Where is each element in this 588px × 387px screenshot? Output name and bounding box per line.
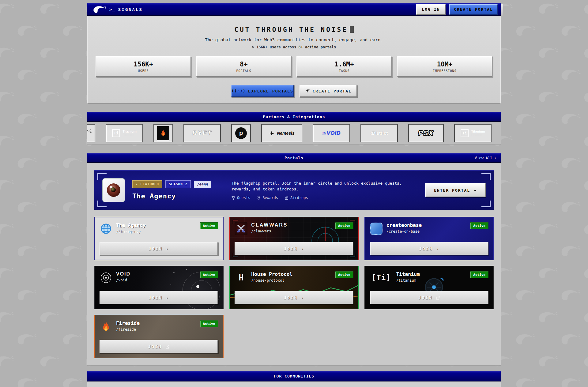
featured-portal-card[interactable]: ★ FEATURED SEASON 2 /4444 The Agency The…	[94, 170, 494, 210]
broadcast-icon: ((·))	[232, 89, 246, 93]
corner-bracket	[481, 201, 491, 207]
featured-badge: ★ FEATURED	[132, 180, 162, 188]
status-badge: Active	[335, 222, 353, 229]
stats-row: 156K+ USERS 8+ PORTALS 1.6M+ TASKS 10M+ …	[88, 56, 500, 77]
feature-airdrops: Airdrops	[285, 196, 308, 200]
signals-logo-icon	[93, 6, 106, 13]
portals-header-bar: Portals View All ›	[87, 153, 501, 163]
join-button[interactable]: JOIN	[370, 291, 488, 304]
create-portal-hero-button[interactable]: CREATE PORTAL	[300, 85, 357, 97]
portal-card-titanium[interactable]: [Ti] Titanium /titanium Active JOIN	[364, 266, 494, 309]
feature-rewards-label: Rewards	[262, 196, 278, 200]
partner-logo-psx: PSX	[408, 124, 444, 142]
hero-title-row: CUT THROUGH THE NOISE	[88, 26, 500, 33]
enter-portal-button[interactable]: ENTER PORTAL →	[425, 183, 486, 197]
chevron-right-icon: ›	[436, 246, 439, 251]
view-all-label: View All	[475, 156, 492, 160]
portal-name: createonbase	[386, 222, 422, 228]
stat-portals: 8+ PORTALS	[196, 56, 292, 77]
join-button[interactable]: JOIN ›	[235, 291, 353, 304]
titanium-line1: Titanium	[471, 130, 485, 133]
stat-impressions-label: IMPRESSIONS	[433, 69, 456, 73]
portal-name: Fireside	[116, 320, 140, 326]
portal-handle: /clawwars	[251, 229, 288, 233]
feature-rewards: Rewards	[257, 196, 278, 200]
titanium-line1: Titanium	[123, 130, 137, 133]
partner-logo-p: p	[231, 124, 251, 142]
footer-panel	[87, 381, 501, 387]
join-label: JOIN	[149, 295, 163, 300]
crossed-swords-icon	[235, 222, 247, 235]
titanium-mark-icon: [Ti]	[370, 271, 393, 284]
status-badge: Active	[470, 222, 488, 229]
hero-subtitle: The global network for Web3 communities …	[88, 37, 500, 42]
join-label: JOIN	[418, 295, 432, 300]
portals-panel: ★ FEATURED SEASON 2 /4444 The Agency The…	[87, 163, 501, 366]
globe-icon	[100, 222, 112, 235]
status-badge: Active	[470, 271, 488, 278]
stat-tasks: 1.6M+ TASKS	[296, 56, 392, 77]
status-badge: Active	[200, 222, 218, 229]
portal-handle: /create-on-base	[386, 229, 422, 234]
void-wordmark: VOID	[327, 130, 341, 136]
join-button[interactable]: JOIN ›	[100, 242, 218, 255]
explore-portals-button[interactable]: ((·)) EXPLORE PORTALS	[231, 85, 294, 97]
portal-card-the-agency[interactable]: The Agency /the-agency Active JOIN ›	[94, 217, 224, 260]
navbar: >_ SIGNALS LOG IN CREATE PORTAL	[87, 3, 501, 16]
psx-wordmark: PSX	[418, 129, 434, 137]
partners-header-bar: Partners & Integrations	[87, 112, 501, 122]
portal-card-fireside[interactable]: Fireside /fireside Active JOIN	[94, 315, 224, 358]
join-button[interactable]: JOIN	[100, 340, 218, 353]
partners-marquee: Ti Titanium Finance RYFT p Nemesis	[87, 122, 501, 145]
titanium-mark: Ti	[112, 129, 120, 137]
partner-swoosh-icon	[87, 129, 92, 138]
corner-bracket	[97, 173, 107, 180]
portal-card-house-protocol[interactable]: H House Protocol /house-protocol Active …	[229, 266, 359, 309]
titanium-line2: Finance	[471, 133, 485, 137]
terminal-prompt-icon: >_	[109, 7, 115, 12]
partner-logo-the-void: THE VOID	[313, 124, 350, 142]
status-badge: Active	[200, 320, 218, 327]
medal-icon	[257, 196, 261, 200]
partner-logo-district: :District	[360, 124, 398, 142]
house-letter-icon: H	[235, 271, 247, 284]
join-button[interactable]: JOIN ›	[370, 242, 488, 255]
portal-card-createonbase[interactable]: createonbase /create-on-base Active JOIN…	[364, 217, 494, 260]
stat-impressions-value: 10M+	[437, 61, 453, 68]
void-the-label: THE	[322, 132, 326, 134]
portal-card-void[interactable]: VOID /void Active JOIN ›	[94, 266, 224, 309]
featured-badges: ★ FEATURED SEASON 2 /4444	[132, 180, 224, 188]
view-all-link[interactable]: View All ›	[475, 156, 496, 160]
stat-portals-value: 8+	[240, 61, 247, 68]
nemesis-wordmark: Nemesis	[277, 131, 295, 136]
join-button[interactable]: JOIN ›	[100, 291, 218, 304]
chevron-right-icon: ›	[301, 295, 304, 300]
create-portal-nav-button[interactable]: CREATE PORTAL	[449, 4, 498, 15]
join-label: JOIN	[149, 246, 163, 251]
hero-tagline: > 156K+ users across 8+ active portals	[88, 45, 500, 49]
portal-name: The Agency	[116, 222, 145, 228]
arrow-right-icon: →	[474, 188, 477, 193]
partner-logo-flame	[153, 124, 173, 142]
portal-cards-grid: The Agency /the-agency Active JOIN ›	[94, 217, 494, 358]
partners-title: Partners & Integrations	[263, 115, 325, 119]
flame-icon	[157, 126, 169, 140]
for-communities-title: FOR COMMUNITIES	[274, 374, 314, 378]
external-link-icon	[165, 344, 170, 349]
page-column: >_ SIGNALS LOG IN CREATE PORTAL CUT THRO…	[87, 3, 501, 387]
enter-portal-label: ENTER PORTAL	[434, 188, 470, 193]
featured-description: The flagship portal. Join the inner circ…	[232, 180, 403, 192]
portal-card-clawwars[interactable]: CLAWWARS /clawwars Active JOIN ›	[229, 217, 359, 260]
portals-title: Portals	[87, 156, 501, 160]
log-in-button[interactable]: LOG IN	[416, 4, 446, 15]
hero-section: CUT THROUGH THE NOISE The global network…	[87, 16, 501, 104]
join-label: JOIN	[148, 344, 162, 349]
join-label: JOIN	[284, 295, 298, 300]
portal-handle: /void	[116, 278, 130, 282]
partner-logo-ryft: RYFT	[183, 124, 221, 142]
stat-tasks-value: 1.6M+	[334, 61, 354, 68]
feature-quests: Quests	[232, 196, 250, 200]
feature-quests-label: Quests	[237, 196, 250, 200]
join-button[interactable]: JOIN ›	[235, 242, 353, 255]
external-link-icon	[435, 295, 440, 300]
